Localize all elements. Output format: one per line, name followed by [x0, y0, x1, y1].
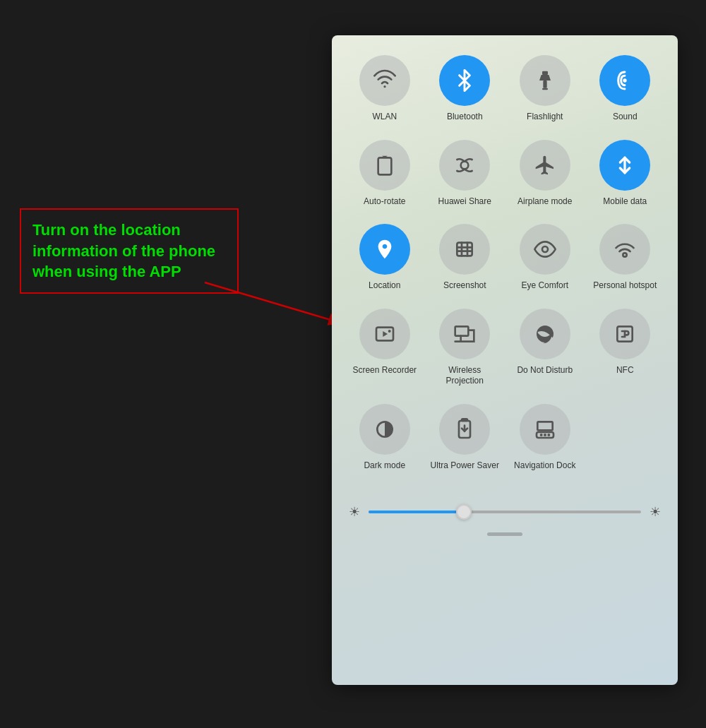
navigation-dock-label: Navigation Dock [514, 460, 575, 472]
tile-navigation-dock[interactable]: Navigation Dock [506, 398, 584, 477]
svg-point-18 [388, 330, 390, 333]
tile-nfc[interactable]: NFC [587, 303, 664, 393]
svg-point-2 [383, 85, 385, 88]
flashlight-icon [520, 55, 570, 106]
tile-flashlight[interactable]: Flashlight [506, 49, 584, 129]
svg-rect-19 [455, 326, 469, 335]
tile-eye-comfort[interactable]: Eye Comfort [506, 218, 584, 297]
airplane-mode-icon [520, 140, 570, 191]
auto-rotate-icon [359, 140, 410, 191]
brightness-high-icon: ☀ [650, 504, 661, 520]
svg-rect-23 [462, 419, 467, 421]
do-not-disturb-label: Do Not Disturb [517, 365, 573, 376]
tile-mobile-data[interactable]: Mobile data [587, 134, 664, 213]
sound-label: Sound [613, 112, 638, 123]
tile-bluetooth[interactable]: Bluetooth [426, 49, 504, 129]
brightness-fill [369, 511, 464, 513]
do-not-disturb-icon [520, 309, 570, 359]
personal-hotspot-label: Personal hotspot [593, 280, 657, 292]
wireless-projection-label: Wireless Projection [429, 365, 501, 387]
bluetooth-label: Bluetooth [447, 112, 483, 123]
wireless-projection-icon [439, 309, 490, 359]
home-indicator [332, 532, 678, 546]
tile-auto-rotate[interactable]: Auto-rotate [346, 134, 424, 213]
brightness-track[interactable] [369, 511, 641, 513]
svg-point-15 [542, 246, 548, 252]
home-bar [487, 532, 522, 536]
flashlight-label: Flashlight [527, 112, 563, 123]
svg-point-6 [623, 78, 627, 82]
svg-rect-29 [537, 422, 552, 430]
wlan-icon [359, 55, 410, 106]
sound-icon [599, 55, 650, 106]
nfc-label: NFC [616, 365, 634, 376]
annotation-box: Turn on the location information of the … [20, 208, 239, 294]
nfc-icon [599, 309, 650, 359]
auto-rotate-label: Auto-rotate [364, 196, 405, 208]
tile-sound[interactable]: Sound [587, 49, 664, 129]
brightness-low-icon: ☀ [349, 504, 360, 520]
dark-mode-icon [359, 404, 410, 455]
eye-comfort-icon [520, 224, 570, 275]
screenshot-icon [439, 224, 490, 275]
tile-do-not-disturb[interactable]: Do Not Disturb [506, 303, 584, 393]
brightness-thumb[interactable] [456, 504, 472, 520]
tile-dark-mode[interactable]: Dark mode [346, 398, 424, 477]
tile-wireless-projection[interactable]: Wireless Projection [426, 303, 504, 393]
scene: Turn on the location information of the … [0, 0, 706, 728]
tile-huawei-share[interactable]: Huawei Share [426, 134, 504, 213]
location-label: Location [369, 280, 400, 292]
tile-wlan[interactable]: WLAN [346, 49, 424, 129]
personal-hotspot-icon [599, 224, 650, 275]
svg-rect-10 [457, 243, 472, 256]
svg-point-16 [623, 253, 627, 257]
annotation-text: Turn on the location information of the … [32, 221, 215, 280]
tile-screen-recorder[interactable]: Screen Recorder [346, 303, 424, 393]
tile-ultra-power-saver[interactable]: Ultra Power Saver [426, 398, 504, 477]
huawei-share-label: Huawei Share [438, 196, 491, 208]
ultra-power-saver-label: Ultra Power Saver [431, 460, 499, 472]
wlan-label: WLAN [372, 112, 397, 123]
svg-rect-5 [542, 88, 548, 90]
tile-airplane-mode[interactable]: Airplane mode [506, 134, 584, 213]
svg-point-8 [461, 161, 469, 169]
screenshot-label: Screenshot [443, 280, 486, 292]
huawei-share-icon [439, 140, 490, 191]
navigation-dock-icon [520, 404, 570, 455]
dark-mode-label: Dark mode [364, 460, 405, 472]
mobile-data-icon [599, 140, 650, 191]
airplane-mode-label: Airplane mode [517, 196, 572, 208]
bluetooth-icon [439, 55, 490, 106]
phone-panel: WLAN Bluetooth [332, 35, 678, 685]
tile-screenshot[interactable]: Screenshot [426, 218, 504, 297]
tile-personal-hotspot[interactable]: Personal hotspot [587, 218, 664, 297]
location-icon [359, 224, 410, 275]
brightness-control[interactable]: ☀ ☀ [332, 484, 678, 532]
ultra-power-saver-icon [439, 404, 490, 455]
eye-comfort-label: Eye Comfort [521, 280, 568, 292]
svg-rect-3 [542, 71, 548, 75]
svg-rect-7 [378, 157, 391, 174]
quick-settings-grid: WLAN Bluetooth [332, 35, 678, 477]
screen-recorder-label: Screen Recorder [352, 365, 417, 376]
tile-location[interactable]: Location [346, 218, 424, 297]
mobile-data-label: Mobile data [603, 196, 647, 208]
screen-recorder-icon [359, 309, 410, 359]
svg-rect-4 [543, 80, 546, 88]
